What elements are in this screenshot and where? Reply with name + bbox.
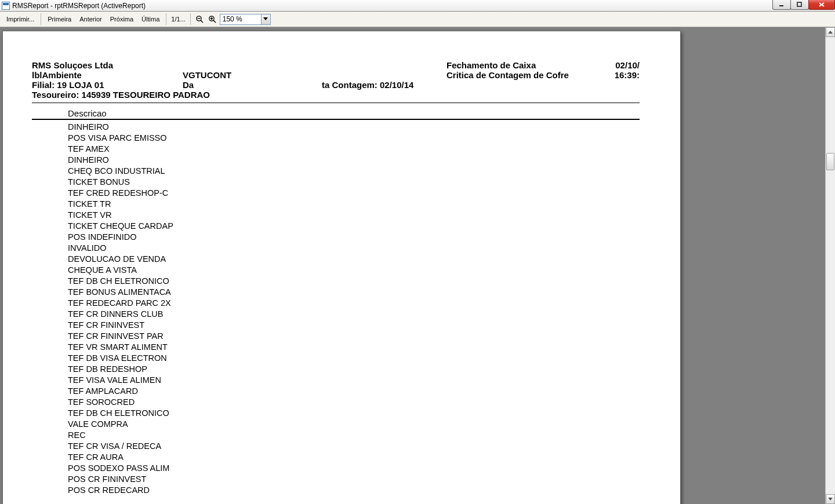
chevron-up-icon bbox=[828, 30, 833, 35]
minimize-icon bbox=[779, 2, 785, 8]
list-item: TEF AMEX bbox=[68, 144, 640, 155]
svg-marker-11 bbox=[263, 17, 268, 20]
prev-page-button[interactable]: Anterior bbox=[75, 14, 106, 24]
page-indicator: 1/1... bbox=[169, 16, 187, 23]
svg-line-8 bbox=[213, 20, 216, 23]
title-bar: RMSReport - rptRMSReport (ActiveReport) bbox=[0, 0, 835, 12]
vertical-scrollbar[interactable] bbox=[825, 27, 835, 504]
zoom-value: 150 % bbox=[223, 15, 242, 23]
print-button[interactable]: Imprimir... bbox=[2, 14, 38, 24]
scroll-down-button[interactable] bbox=[826, 494, 835, 504]
list-item: TEF DB VISA ELECTRON bbox=[68, 353, 640, 364]
scroll-track[interactable] bbox=[826, 37, 835, 494]
column-header-descricao: Descricao bbox=[68, 108, 107, 118]
close-icon bbox=[818, 2, 825, 8]
list-item: DEVOLUCAO DE VENDA bbox=[68, 254, 640, 265]
svg-rect-1 bbox=[797, 2, 801, 6]
header-rule-1 bbox=[32, 103, 640, 103]
report-viewer: RMS Soluçoes Ltda Fechamento de Caixa 02… bbox=[0, 27, 835, 504]
header-rule-2 bbox=[32, 119, 640, 120]
report-date: 02/10/ bbox=[593, 60, 640, 70]
window-title: RMSReport - rptRMSReport (ActiveReport) bbox=[12, 2, 146, 10]
svg-marker-13 bbox=[828, 498, 833, 501]
list-item: TICKET BONUS bbox=[68, 177, 640, 188]
zoom-out-button[interactable] bbox=[194, 13, 205, 25]
list-item: TEF CRED REDESHOP-C bbox=[68, 188, 640, 199]
list-item: TEF VR SMART ALIMENT bbox=[68, 342, 640, 353]
list-item: TEF BONUS ALIMENTACA bbox=[68, 287, 640, 298]
maximize-button[interactable] bbox=[790, 0, 809, 10]
list-item: DINHEIRO bbox=[68, 122, 640, 133]
filial-value: Filial: 19 LOJA 01 bbox=[32, 80, 183, 90]
list-item: TEF DB CH ELETRONICO bbox=[68, 408, 640, 419]
list-item: CHEQUE A VISTA bbox=[68, 265, 640, 276]
list-item: INVALIDO bbox=[68, 243, 640, 254]
scroll-thumb[interactable] bbox=[826, 153, 834, 170]
list-item: TEF DB REDESHOP bbox=[68, 364, 640, 375]
company-name: RMS Soluçoes Ltda bbox=[32, 60, 183, 70]
list-item: POS SODEXO PASS ALIM bbox=[68, 463, 640, 474]
tesoureiro-value: Tesoureiro: 145939 TESOUREIRO PADRAO bbox=[32, 90, 210, 100]
list-item: VALE COMPRA bbox=[68, 419, 640, 430]
list-item: TEF VISA VALE ALIMEN bbox=[68, 375, 640, 386]
report-header: RMS Soluçoes Ltda Fechamento de Caixa 02… bbox=[32, 60, 640, 100]
list-item: CHEQ BCO INDUSTRIAL bbox=[68, 166, 640, 177]
list-item: POS CR REDECARD bbox=[68, 485, 640, 496]
toolbar-separator bbox=[166, 13, 166, 25]
list-item: TEF CR FININVEST bbox=[68, 320, 640, 331]
list-item: REC bbox=[68, 430, 640, 441]
list-item: POS CR FININVEST bbox=[68, 474, 640, 485]
list-item: POS INDEFINIDO bbox=[68, 232, 640, 243]
chevron-down-icon bbox=[263, 17, 268, 21]
zoom-dropdown-button[interactable] bbox=[262, 14, 271, 25]
lbl-ambiente: lblAmbiente bbox=[32, 70, 183, 80]
zoom-in-button[interactable] bbox=[206, 13, 218, 25]
zoom-in-icon bbox=[208, 15, 216, 23]
last-page-button[interactable]: Última bbox=[137, 14, 164, 24]
report-time: 16:39: bbox=[593, 70, 640, 80]
next-page-button[interactable]: Próxima bbox=[106, 14, 137, 24]
report-toolbar: Imprimir... Primeira Anterior Próxima Úl… bbox=[0, 12, 835, 27]
da-label: Da bbox=[183, 80, 322, 90]
report-title-2: Critica de Contagem de Cofre bbox=[446, 70, 593, 80]
chevron-down-icon bbox=[828, 497, 833, 502]
list-item: TEF CR VISA / REDECA bbox=[68, 441, 640, 452]
contagem-value: ta Contagem: 02/10/14 bbox=[322, 80, 446, 90]
report-title-1: Fechamento de Caixa bbox=[446, 60, 593, 70]
maximize-icon bbox=[797, 2, 803, 8]
minimize-button[interactable] bbox=[772, 0, 791, 10]
first-page-button[interactable]: Primeira bbox=[43, 14, 75, 24]
items-list: DINHEIROPOS VISA PARC EMISSOTEF AMEXDINH… bbox=[68, 122, 640, 496]
list-item: DINHEIRO bbox=[68, 155, 640, 166]
zoom-input[interactable]: 150 % bbox=[220, 14, 262, 25]
list-item: TEF AMPLACARD bbox=[68, 386, 640, 397]
scroll-up-button[interactable] bbox=[826, 27, 835, 37]
svg-line-5 bbox=[201, 20, 203, 23]
close-button[interactable] bbox=[808, 0, 835, 10]
toolbar-separator bbox=[41, 13, 41, 25]
toolbar-separator bbox=[190, 13, 191, 25]
list-item: TICKET VR bbox=[68, 210, 640, 221]
window-controls bbox=[773, 0, 835, 10]
list-item: TEF SOROCRED bbox=[68, 397, 640, 408]
svg-marker-12 bbox=[828, 31, 833, 34]
list-item: TEF REDECARD PARC 2X bbox=[68, 298, 640, 309]
report-page: RMS Soluçoes Ltda Fechamento de Caixa 02… bbox=[2, 31, 681, 504]
list-item: TEF CR FININVEST PAR bbox=[68, 331, 640, 342]
list-item: TICKET CHEQUE CARDAP bbox=[68, 221, 640, 232]
ambiente-value: VGTUCONT bbox=[183, 70, 322, 80]
app-icon bbox=[2, 2, 10, 10]
zoom-out-icon bbox=[195, 15, 204, 23]
list-item: TEF CR DINNERS CLUB bbox=[68, 309, 640, 320]
list-item: TEF DB CH ELETRONICO bbox=[68, 276, 640, 287]
list-item: TEF CR AURA bbox=[68, 452, 640, 463]
list-item: POS VISA PARC EMISSO bbox=[68, 133, 640, 144]
list-item: TICKET TR bbox=[68, 199, 640, 210]
